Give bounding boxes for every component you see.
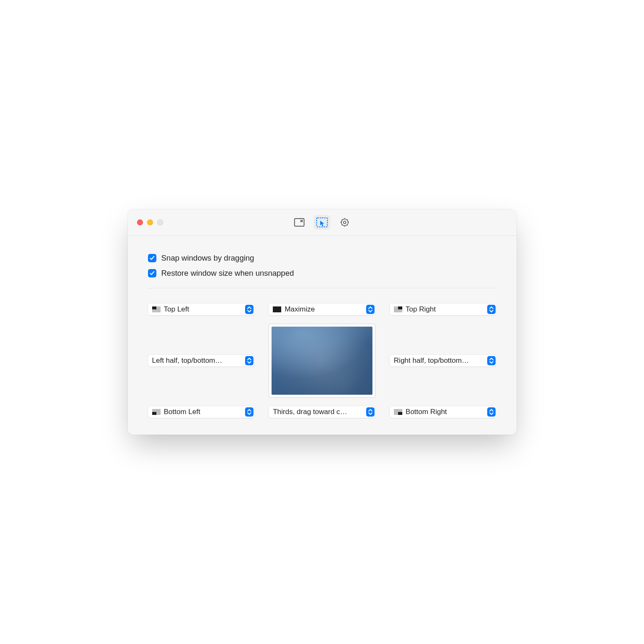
desktop-wallpaper-preview	[272, 327, 372, 395]
content-area: Snap windows by dragging Restore window …	[128, 236, 517, 435]
zone-select-left[interactable]: Left half, top/bottom…	[148, 355, 255, 367]
popup-stepper-icon	[366, 407, 375, 417]
option-snap-by-dragging[interactable]: Snap windows by dragging	[148, 253, 496, 263]
svg-rect-13	[152, 306, 156, 309]
option-restore-size[interactable]: Restore window size when unsnapped	[148, 269, 496, 278]
popup-stepper-icon	[487, 407, 496, 417]
popup-stepper-icon	[366, 305, 375, 314]
popup-stepper-icon	[245, 407, 253, 417]
checkbox-checked-icon	[148, 269, 156, 277]
zoom-window-button-disabled	[157, 219, 163, 225]
svg-rect-0	[295, 219, 304, 226]
zone-select-bottom-left[interactable]: Bottom Left	[148, 406, 255, 418]
screen-preview	[269, 324, 375, 398]
traffic-lights	[137, 219, 163, 225]
bottom-left-glyph-icon	[152, 409, 161, 415]
window-x-icon	[294, 218, 305, 227]
zone-select-top-center[interactable]: Maximize	[269, 304, 375, 315]
zone-select-bottom-center[interactable]: Thirds, drag toward c…	[269, 406, 375, 418]
toolbar	[291, 215, 353, 230]
maximize-glyph-icon	[273, 306, 281, 312]
snap-cursor-icon	[316, 217, 328, 228]
svg-rect-16	[398, 306, 402, 309]
svg-rect-14	[273, 306, 281, 312]
tab-settings[interactable]	[336, 215, 353, 230]
top-left-glyph-icon	[152, 306, 161, 312]
tab-window-actions[interactable]	[291, 215, 308, 230]
tab-snapping[interactable]	[314, 215, 330, 230]
svg-rect-18	[152, 412, 156, 415]
option-label: Snap windows by dragging	[161, 253, 254, 263]
bottom-right-glyph-icon	[394, 409, 402, 415]
checkbox-checked-icon	[148, 254, 156, 262]
popup-stepper-icon	[245, 305, 253, 314]
popup-stepper-icon	[487, 305, 496, 314]
minimize-window-button[interactable]	[147, 219, 153, 225]
close-window-button[interactable]	[137, 219, 143, 225]
popup-stepper-icon	[245, 356, 253, 365]
popup-stepper-icon	[487, 356, 496, 365]
zone-select-top-right[interactable]: Top Right	[390, 304, 496, 315]
preferences-window: Snap windows by dragging Restore window …	[128, 209, 517, 435]
svg-rect-20	[398, 412, 402, 415]
titlebar	[128, 209, 517, 236]
svg-point-3	[343, 221, 346, 224]
zone-select-bottom-right[interactable]: Bottom Right	[390, 406, 496, 418]
divider	[148, 288, 496, 288]
option-label: Restore window size when unsnapped	[161, 269, 294, 278]
snap-zones-grid: Top Left Maximize	[148, 304, 496, 418]
zone-select-right[interactable]: Right half, top/bottom…	[390, 355, 496, 367]
top-right-glyph-icon	[394, 306, 402, 312]
gear-icon	[340, 218, 349, 227]
zone-select-top-left[interactable]: Top Left	[148, 304, 255, 315]
